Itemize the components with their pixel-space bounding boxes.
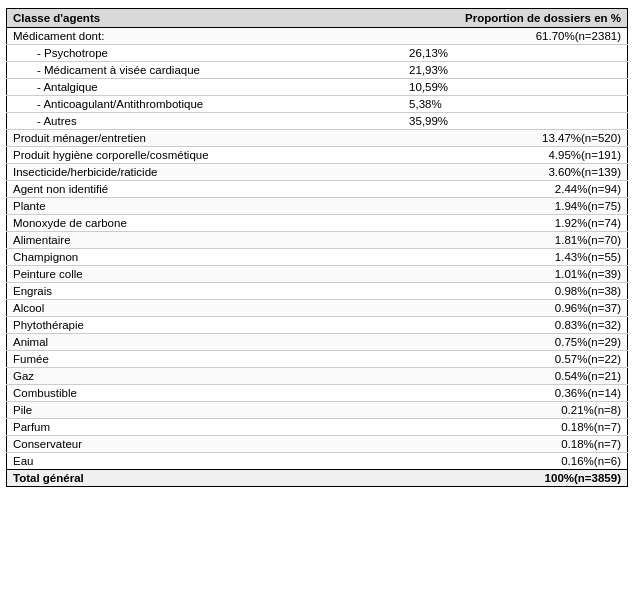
table-row: Produit ménager/entretien13.47%(n=520) — [7, 130, 628, 147]
table-header-row: Classe d'agents Proportion de dossiers e… — [7, 9, 628, 28]
table-container: Classe d'agents Proportion de dossiers e… — [0, 0, 634, 495]
table-row: Animal0.75%(n=29) — [7, 334, 628, 351]
table-row: Champignon1.43%(n=55) — [7, 249, 628, 266]
proportion-cell: 2.44%(n=94) — [379, 181, 627, 198]
sub-table-row: - Antalgique10,59% — [7, 79, 628, 96]
agent-cell: Monoxyde de carbone — [7, 215, 380, 232]
agent-cell: Eau — [7, 453, 380, 470]
proportion-cell: 0.96%(n=37) — [379, 300, 627, 317]
sub-agent-cell: - Antalgique — [7, 79, 380, 96]
sub-table-row: - Anticoagulant/Antithrombotique5,38% — [7, 96, 628, 113]
table-row: Alimentaire1.81%(n=70) — [7, 232, 628, 249]
agent-cell: Médicament dont: — [7, 28, 380, 45]
table-row: Monoxyde de carbone1.92%(n=74) — [7, 215, 628, 232]
sub-table-row: - Autres35,99% — [7, 113, 628, 130]
sub-proportion-cell: 5,38% — [379, 96, 627, 113]
proportion-cell: 1.92%(n=74) — [379, 215, 627, 232]
proportion-cell: 0.36%(n=14) — [379, 385, 627, 402]
proportion-cell: 0.18%(n=7) — [379, 419, 627, 436]
proportion-cell: 0.75%(n=29) — [379, 334, 627, 351]
agent-cell: Pile — [7, 402, 380, 419]
agent-cell: Conservateur — [7, 436, 380, 453]
proportion-cell: 61.70%(n=2381) — [379, 28, 627, 45]
table-row: Alcool0.96%(n=37) — [7, 300, 628, 317]
main-table: Classe d'agents Proportion de dossiers e… — [6, 8, 628, 487]
table-row: Insecticide/herbicide/raticide3.60%(n=13… — [7, 164, 628, 181]
table-row: Agent non identifié2.44%(n=94) — [7, 181, 628, 198]
sub-table-row: - Psychotrope26,13% — [7, 45, 628, 62]
agent-cell: Gaz — [7, 368, 380, 385]
agent-cell: Insecticide/herbicide/raticide — [7, 164, 380, 181]
agent-cell: Phytothérapie — [7, 317, 380, 334]
agent-cell: Alimentaire — [7, 232, 380, 249]
agent-cell: Parfum — [7, 419, 380, 436]
agent-cell: Alcool — [7, 300, 380, 317]
sub-agent-cell: - Psychotrope — [7, 45, 380, 62]
sub-table-row: - Médicament à visée cardiaque21,93% — [7, 62, 628, 79]
proportion-cell: 1.81%(n=70) — [379, 232, 627, 249]
agent-cell: Champignon — [7, 249, 380, 266]
proportion-cell: 0.21%(n=8) — [379, 402, 627, 419]
table-row: Pile0.21%(n=8) — [7, 402, 628, 419]
sub-proportion-cell: 35,99% — [379, 113, 627, 130]
table-row: Engrais0.98%(n=38) — [7, 283, 628, 300]
table-row: Fumée0.57%(n=22) — [7, 351, 628, 368]
total-row: Total général 100%(n=3859) — [7, 470, 628, 487]
proportion-cell: 0.54%(n=21) — [379, 368, 627, 385]
agent-cell: Produit hygiène corporelle/cosmétique — [7, 147, 380, 164]
sub-agent-cell: - Autres — [7, 113, 380, 130]
table-row: Gaz0.54%(n=21) — [7, 368, 628, 385]
proportion-cell: 1.01%(n=39) — [379, 266, 627, 283]
agent-cell: Agent non identifié — [7, 181, 380, 198]
proportion-cell: 3.60%(n=139) — [379, 164, 627, 181]
proportion-cell: 0.98%(n=38) — [379, 283, 627, 300]
col-proportion-header: Proportion de dossiers en % — [379, 9, 627, 28]
agent-cell: Animal — [7, 334, 380, 351]
table-row: Eau0.16%(n=6) — [7, 453, 628, 470]
table-row: Phytothérapie0.83%(n=32) — [7, 317, 628, 334]
proportion-cell: 0.18%(n=7) — [379, 436, 627, 453]
proportion-cell: 1.43%(n=55) — [379, 249, 627, 266]
table-row: Peinture colle1.01%(n=39) — [7, 266, 628, 283]
proportion-cell: 13.47%(n=520) — [379, 130, 627, 147]
proportion-cell: 0.16%(n=6) — [379, 453, 627, 470]
table-row: Médicament dont:61.70%(n=2381) — [7, 28, 628, 45]
table-row: Conservateur0.18%(n=7) — [7, 436, 628, 453]
agent-cell: Peinture colle — [7, 266, 380, 283]
sub-proportion-cell: 26,13% — [379, 45, 627, 62]
sub-proportion-cell: 21,93% — [379, 62, 627, 79]
proportion-cell: 0.83%(n=32) — [379, 317, 627, 334]
table-row: Produit hygiène corporelle/cosmétique4.9… — [7, 147, 628, 164]
col-agent-header: Classe d'agents — [7, 9, 380, 28]
sub-agent-cell: - Anticoagulant/Antithrombotique — [7, 96, 380, 113]
sub-agent-cell: - Médicament à visée cardiaque — [7, 62, 380, 79]
total-agent-cell: Total général — [7, 470, 380, 487]
agent-cell: Combustible — [7, 385, 380, 402]
agent-cell: Produit ménager/entretien — [7, 130, 380, 147]
proportion-cell: 0.57%(n=22) — [379, 351, 627, 368]
agent-cell: Fumée — [7, 351, 380, 368]
table-row: Plante1.94%(n=75) — [7, 198, 628, 215]
agent-cell: Engrais — [7, 283, 380, 300]
total-proportion-cell: 100%(n=3859) — [379, 470, 627, 487]
sub-proportion-cell: 10,59% — [379, 79, 627, 96]
table-row: Parfum0.18%(n=7) — [7, 419, 628, 436]
proportion-cell: 4.95%(n=191) — [379, 147, 627, 164]
agent-cell: Plante — [7, 198, 380, 215]
proportion-cell: 1.94%(n=75) — [379, 198, 627, 215]
table-row: Combustible0.36%(n=14) — [7, 385, 628, 402]
